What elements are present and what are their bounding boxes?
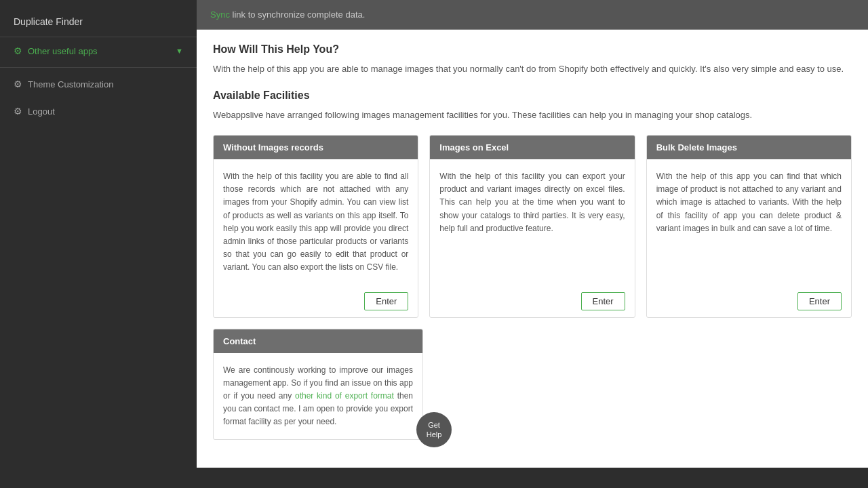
facilities-desc: Webappslive have arranged following imag… <box>213 108 852 122</box>
card-images-excel: Images on Excel With the help of this fa… <box>429 135 635 318</box>
get-help-button[interactable]: GetHelp <box>416 412 452 447</box>
sidebar: Duplicate Finder ⚙ Other useful apps ▼ ⚙… <box>0 0 197 488</box>
card-body-bulk-delete: With the help of this app you can find t… <box>647 159 851 285</box>
enter-button-without-images[interactable]: Enter <box>364 292 408 310</box>
how-title: How Will This Help You? <box>213 43 852 56</box>
banner-text: link to synchronize complete data. <box>230 9 365 20</box>
card-header-images-excel: Images on Excel <box>430 136 634 159</box>
enter-button-images-excel[interactable]: Enter <box>581 292 625 310</box>
sidebar-item-label: Theme Customization <box>28 79 113 89</box>
contact-link[interactable]: other kind of export format <box>295 391 394 401</box>
sync-link[interactable]: Sync <box>210 9 230 20</box>
facilities-title: Available Facilities <box>213 89 852 102</box>
sidebar-header: Duplicate Finder <box>0 7 197 37</box>
bottom-bar <box>0 468 868 488</box>
theme-icon: ⚙ <box>14 79 22 89</box>
card-footer-without-images: Enter <box>214 285 418 317</box>
card-header-without-images: Without Images records <box>214 136 418 159</box>
card-body-without-images: With the help of this facility you are a… <box>214 159 418 285</box>
sidebar-divider <box>0 67 197 68</box>
card-without-images: Without Images records With the help of … <box>213 135 418 318</box>
main-content: Sync link to synchronize complete data. … <box>197 0 868 488</box>
card-contact: Contact We are continously working to im… <box>213 329 423 441</box>
enter-button-bulk-delete[interactable]: Enter <box>797 292 842 310</box>
sidebar-item-theme-customization[interactable]: ⚙ Theme Customization <box>0 70 197 98</box>
chevron-down-icon: ▼ <box>176 47 183 55</box>
contact-row: Contact We are continously working to im… <box>213 329 852 441</box>
logout-icon: ⚙ <box>14 106 22 117</box>
card-footer-images-excel: Enter <box>430 285 634 317</box>
content-area: How Will This Help You? With the help of… <box>197 30 868 488</box>
card-body-images-excel: With the help of this facility you can e… <box>430 159 634 285</box>
sidebar-item-other-useful-apps[interactable]: ⚙ Other useful apps ▼ <box>0 37 197 64</box>
apps-icon: ⚙ <box>14 45 22 56</box>
card-header-contact: Contact <box>214 329 422 353</box>
card-header-bulk-delete: Bulk Delete Images <box>647 136 851 159</box>
sidebar-item-label: Logout <box>28 106 55 117</box>
sidebar-item-label: Other useful apps <box>28 46 98 56</box>
card-body-contact: We are continously working to improve ou… <box>214 353 422 440</box>
top-banner: Sync link to synchronize complete data. <box>197 0 868 30</box>
sidebar-item-logout[interactable]: ⚙ Logout <box>0 98 197 125</box>
card-bulk-delete: Bulk Delete Images With the help of this… <box>646 135 852 318</box>
how-desc: With the help of this app you are able t… <box>213 62 852 76</box>
cards-row: Without Images records With the help of … <box>213 135 852 318</box>
card-footer-bulk-delete: Enter <box>647 285 851 317</box>
